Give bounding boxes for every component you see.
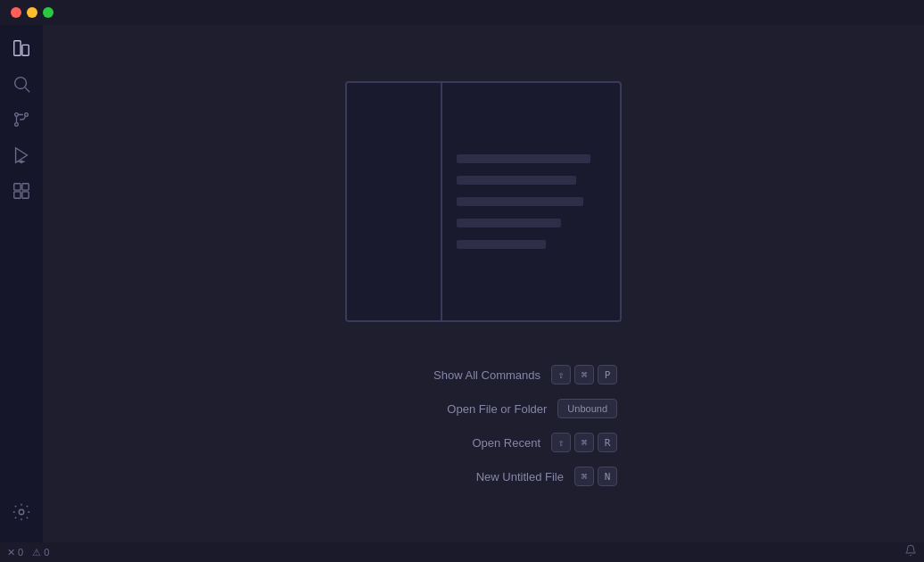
svg-point-5 [25, 113, 29, 117]
maximize-button[interactable] [43, 7, 54, 18]
status-bar: ✕ 0 ⚠ 0 [0, 542, 924, 562]
shortcut-row-open-file: Open File or Folder Unbound [350, 399, 617, 418]
content-area: Show All Commands ⇧ ⌘ P Open File or Fol… [43, 25, 924, 542]
close-button[interactable] [11, 7, 21, 18]
extensions-icon[interactable] [5, 175, 37, 207]
minimize-button[interactable] [27, 7, 37, 18]
kbd-unbound: Unbound [557, 399, 617, 418]
run-debug-icon[interactable] [5, 139, 37, 171]
illus-bar-2 [457, 176, 576, 185]
kbd-shift-2: ⇧ [551, 433, 571, 452]
activity-bar-bottom [5, 496, 37, 535]
source-control-icon[interactable] [5, 103, 37, 136]
warning-count: 0 [44, 547, 49, 558]
open-file-label: Open File or Folder [350, 402, 547, 416]
shortcuts-section: Show All Commands ⇧ ⌘ P Open File or Fol… [350, 365, 617, 486]
illustration-container [345, 81, 622, 322]
titlebar [0, 0, 924, 25]
main-layout: Show All Commands ⇧ ⌘ P Open File or Fol… [0, 25, 924, 542]
kbd-cmd-2: ⌘ [574, 433, 594, 452]
traffic-lights [11, 7, 54, 18]
illus-right-panel [442, 83, 620, 320]
status-warnings[interactable]: ⚠ 0 [32, 547, 49, 558]
shortcut-row-open-recent: Open Recent ⇧ ⌘ R [350, 433, 617, 452]
shortcut-row-new-untitled: New Untitled File ⌘ N [350, 467, 617, 486]
activity-bar [0, 25, 43, 542]
svg-rect-0 [14, 41, 21, 56]
status-errors[interactable]: ✕ 0 [7, 547, 23, 558]
svg-rect-10 [14, 184, 21, 190]
status-right [904, 544, 917, 560]
show-all-commands-keys: ⇧ ⌘ P [551, 365, 617, 384]
kbd-p: P [598, 365, 617, 384]
kbd-shift: ⇧ [551, 365, 571, 384]
kbd-cmd: ⌘ [574, 365, 594, 384]
illus-bar-3 [457, 197, 583, 206]
svg-point-4 [15, 123, 19, 127]
svg-point-14 [19, 509, 24, 515]
new-untitled-label: New Untitled File [350, 470, 564, 483]
illus-left-panel [347, 83, 442, 320]
show-all-commands-label: Show All Commands [350, 368, 540, 382]
error-count: 0 [18, 547, 23, 558]
svg-line-3 [25, 87, 29, 92]
new-untitled-keys: ⌘ N [574, 467, 617, 486]
svg-rect-11 [22, 184, 29, 190]
bell-icon[interactable] [904, 544, 917, 560]
error-icon: ✕ [7, 547, 15, 558]
search-icon[interactable] [5, 68, 37, 100]
open-file-keys: Unbound [557, 399, 617, 418]
status-left: ✕ 0 ⚠ 0 [7, 547, 49, 558]
svg-point-6 [15, 113, 19, 117]
illus-bar-1 [457, 154, 590, 163]
welcome-illustration [345, 81, 622, 322]
open-recent-label: Open Recent [350, 436, 540, 450]
kbd-r: R [598, 433, 617, 452]
svg-rect-13 [22, 192, 29, 198]
svg-point-2 [15, 78, 27, 89]
settings-icon[interactable] [5, 496, 37, 528]
kbd-n: N [598, 467, 617, 486]
activity-bar-top [5, 32, 37, 496]
warning-icon: ⚠ [32, 547, 41, 558]
svg-rect-12 [14, 192, 21, 198]
explorer-icon[interactable] [5, 32, 37, 64]
illus-bar-5 [457, 240, 546, 249]
illus-bar-4 [457, 219, 561, 227]
kbd-cmd-3: ⌘ [574, 467, 594, 486]
svg-rect-1 [22, 45, 29, 55]
shortcut-row-show-all-commands: Show All Commands ⇧ ⌘ P [350, 365, 617, 384]
open-recent-keys: ⇧ ⌘ R [551, 433, 617, 452]
